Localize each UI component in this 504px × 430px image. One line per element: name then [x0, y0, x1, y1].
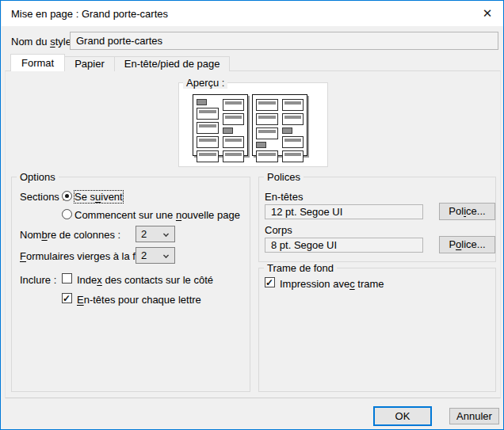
body-font-label: Corps	[265, 224, 292, 236]
preview-chip	[282, 127, 292, 134]
chevron-down-icon	[163, 253, 169, 258]
checkbox-print-shading[interactable]	[265, 277, 275, 287]
preview-card	[223, 136, 245, 148]
columns-count-label: Nombre de colonnes :	[20, 229, 120, 241]
preview-card	[197, 122, 219, 134]
preview-card	[223, 99, 245, 111]
titlebar: Mise en page : Grand porte-cartes ✕	[2, 1, 503, 26]
checkbox-letter-headings-label[interactable]: En-têtes pour chaque lettre	[77, 294, 201, 306]
options-group-label: Options	[17, 171, 59, 183]
preview-card	[282, 99, 304, 111]
body-font-button[interactable]: Police...	[439, 236, 495, 253]
preview-page	[193, 94, 248, 156]
preview-card	[256, 99, 278, 111]
dialog-title: Mise en page : Grand porte-cartes	[11, 8, 168, 20]
cancel-button[interactable]: Annuler	[449, 408, 499, 424]
preview-chip	[223, 127, 233, 134]
preview-card	[197, 108, 219, 120]
checkbox-print-shading-label[interactable]: Impression avec trame	[280, 278, 384, 290]
preview-card	[223, 150, 245, 162]
include-label: Inclure :	[20, 274, 56, 286]
ok-button[interactable]: OK	[373, 406, 432, 426]
style-name-label: Nom du style :	[11, 36, 77, 48]
preview-card	[223, 113, 245, 125]
checkbox-contact-index[interactable]	[62, 273, 72, 283]
preview-pages	[193, 94, 307, 156]
body-font-field: 8 pt. Segoe UI	[265, 238, 423, 253]
radio-sections-follow-label[interactable]: Se suivent	[74, 191, 123, 203]
radio-sections-follow[interactable]	[62, 191, 72, 201]
sections-label: Sections :	[20, 191, 65, 203]
blank-forms-label: Formulaires vierges à la fin :	[20, 250, 149, 262]
page-setup-dialog: Mise en page : Grand porte-cartes ✕ Nom …	[0, 0, 504, 430]
chevron-down-icon	[163, 231, 169, 237]
preview-group-label: Aperçu :	[183, 77, 227, 89]
blank-forms-select[interactable]: 2	[136, 247, 175, 264]
preview-chip	[197, 99, 207, 105]
close-icon[interactable]: ✕	[478, 5, 497, 22]
shading-group-label: Trame de fond	[264, 262, 337, 274]
columns-count-select[interactable]: 2	[136, 226, 175, 242]
headings-font-button[interactable]: Police...	[439, 203, 495, 220]
preview-card	[197, 150, 219, 162]
preview-card	[197, 136, 219, 148]
preview-card	[282, 150, 304, 162]
fonts-group-label: Polices	[264, 171, 304, 183]
checkbox-contact-index-label[interactable]: Index des contacts sur le côté	[77, 274, 213, 286]
tab-strip: Format Papier En-tête/pied de page	[10, 54, 230, 71]
tab-header-footer[interactable]: En-tête/pied de page	[114, 56, 231, 71]
preview-chip	[256, 142, 266, 148]
preview-card	[282, 113, 304, 125]
headings-font-field: 12 pt. Segoe UI	[265, 204, 423, 219]
preview-card	[256, 127, 278, 139]
preview-card	[256, 113, 278, 125]
preview-card	[256, 150, 278, 162]
radio-sections-new-page[interactable]	[62, 209, 72, 219]
preview-card	[282, 136, 304, 148]
headings-font-label: En-têtes	[265, 191, 303, 203]
style-name-field[interactable]: Grand porte-cartes	[70, 32, 498, 50]
checkbox-letter-headings[interactable]	[62, 293, 72, 303]
radio-sections-new-page-label[interactable]: Commencent sur une nouvelle page	[74, 209, 240, 221]
tab-papier[interactable]: Papier	[64, 56, 115, 71]
preview-page	[252, 94, 307, 156]
tab-format[interactable]: Format	[10, 54, 65, 71]
